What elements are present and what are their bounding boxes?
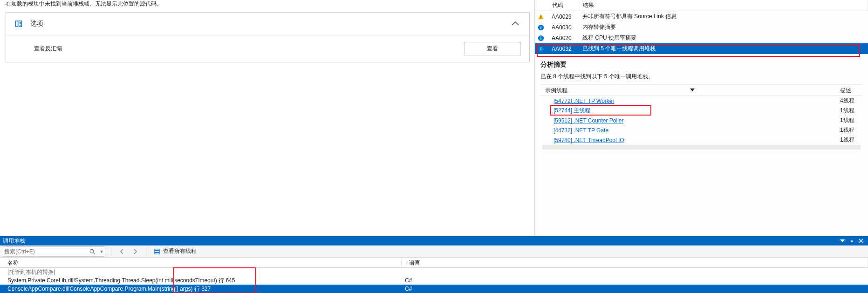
threads-icon	[154, 248, 160, 255]
search-input[interactable]	[2, 247, 86, 256]
nav-forward-button[interactable]	[130, 246, 140, 257]
diagnostic-row[interactable]: AA0029并非所有符号都具有 Source Link 信息	[535, 11, 868, 22]
svg-point-21	[90, 249, 94, 253]
nav-back-button[interactable]	[117, 246, 127, 257]
svg-rect-10	[540, 26, 541, 26]
thread-row[interactable]: [52744] 主线程1线程	[540, 106, 862, 116]
callstack-grid-header: 名称 语言	[0, 258, 868, 268]
options-title: 选项	[30, 20, 43, 28]
callstack-title: 调用堆栈	[3, 237, 25, 245]
analysis-summary-title: 分析摘要	[540, 61, 862, 69]
diagnostics-pane: 代码 结果 AA0029并非所有符号都具有 Source Link 信息AA00…	[534, 0, 868, 236]
svg-line-22	[94, 252, 95, 254]
frame-name: ConsoleAppCompare.dll!ConsoleAppCompare.…	[0, 285, 402, 293]
svg-rect-7	[540, 18, 541, 19]
callstack-toolbar: ▾ 查看所有线程	[0, 245, 868, 258]
dropdown-caret-icon[interactable]	[690, 88, 696, 93]
options-header[interactable]: 选项	[6, 13, 529, 35]
svg-rect-16	[540, 47, 541, 48]
svg-rect-6	[540, 15, 541, 17]
view-all-threads-label: 查看所有线程	[163, 247, 197, 255]
frame-name: System.Private.CoreLib.dll!System.Thread…	[0, 277, 402, 285]
thread-desc: 1线程	[840, 126, 862, 134]
source-pane: 在加载的模块中未找到当前堆栈帧。无法显示此位置的源代码。 选项	[0, 0, 534, 236]
view-all-threads-button[interactable]: 查看所有线程	[152, 247, 198, 255]
col-code[interactable]: 代码	[549, 0, 580, 11]
thread-link[interactable]: [54772] .NET TP Worker	[554, 98, 615, 104]
thread-row[interactable]: [59512] .NET Counter Poller1线程	[540, 116, 862, 125]
chevron-up-icon[interactable]	[510, 18, 521, 29]
diagnostic-result: 内存转储摘要	[580, 22, 868, 33]
search-input-wrap[interactable]: ▾	[2, 246, 105, 257]
diagnostic-code: AA0032	[549, 43, 580, 54]
svg-rect-24	[155, 251, 160, 252]
thread-desc: 1线程	[840, 107, 862, 115]
frame-language: C#	[402, 286, 868, 292]
view-button[interactable]: 查看	[464, 42, 521, 55]
thread-list: [54772] .NET TP Worker4线程[52744] 主线程1线程[…	[540, 96, 862, 145]
svg-rect-12	[540, 38, 541, 40]
info-icon	[538, 24, 544, 31]
pin-icon[interactable]	[847, 237, 856, 245]
thread-link[interactable]: [59780] .NET ThreadPool IO	[554, 137, 624, 143]
diagnostic-row[interactable]: AA0032已找到 5 个唯一线程调用堆栈	[535, 43, 868, 54]
warning-icon	[538, 14, 544, 20]
svg-rect-13	[540, 36, 541, 37]
thread-row[interactable]: [44732] .NET TP Gate1线程	[540, 125, 862, 135]
col-language[interactable]: 语言	[402, 258, 868, 267]
diagnostics-table: 代码 结果 AA0029并非所有符号都具有 Source Link 信息AA00…	[535, 0, 868, 54]
horizontal-scrollbar[interactable]	[542, 145, 861, 150]
svg-rect-25	[155, 252, 160, 254]
search-icon[interactable]	[86, 246, 98, 257]
svg-rect-23	[155, 249, 160, 250]
window-dropdown-icon[interactable]	[838, 237, 847, 245]
diagnostic-code: AA0030	[549, 22, 580, 33]
callstack-row[interactable]: System.Private.CoreLib.dll!System.Thread…	[0, 276, 868, 285]
view-disassembly-label: 查看反汇编	[34, 45, 62, 53]
callstack-row[interactable]: ConsoleAppCompare.dll!ConsoleAppCompare.…	[0, 285, 868, 293]
callstack-row[interactable]: [托管到本机的转换]	[0, 268, 868, 276]
diagnostic-result: 已找到 5 个唯一线程调用堆栈	[580, 43, 868, 54]
thread-desc: 4线程	[840, 97, 862, 105]
info-icon	[538, 35, 544, 41]
frame-name: [托管到本机的转换]	[0, 268, 402, 276]
callstack-grid-body: [托管到本机的转换]System.Private.CoreLib.dll!Sys…	[0, 268, 868, 293]
thread-link[interactable]: [44732] .NET TP Gate	[554, 127, 608, 134]
col-description[interactable]: 描述	[840, 87, 862, 95]
thread-row[interactable]: [59780] .NET ThreadPool IO1线程	[540, 135, 862, 145]
close-icon[interactable]	[857, 237, 865, 245]
col-result[interactable]: 结果	[580, 0, 868, 11]
thread-desc: 1线程	[840, 116, 862, 124]
thread-link[interactable]: [52744] 主线程	[554, 107, 590, 114]
svg-rect-0	[16, 21, 18, 27]
search-dropdown-icon[interactable]: ▾	[98, 248, 105, 255]
diagnostic-result: 线程 CPU 使用率摘要	[580, 33, 868, 43]
callstack-window: 调用堆栈 ▾	[0, 236, 868, 293]
svg-marker-17	[690, 89, 695, 91]
thread-desc: 1线程	[840, 136, 862, 144]
diagnostic-row[interactable]: AA0030内存转储摘要	[535, 22, 868, 33]
col-sample-thread[interactable]: 示例线程	[545, 87, 567, 94]
svg-marker-18	[840, 239, 845, 242]
thread-row[interactable]: [54772] .NET TP Worker4线程	[540, 96, 862, 106]
source-unavailable-message: 在加载的模块中未找到当前堆栈帧。无法显示此位置的源代码。	[0, 0, 534, 8]
col-name[interactable]: 名称	[0, 258, 402, 267]
analysis-summary-desc: 已在 8 个线程中找到以下 5 个唯一调用堆栈。	[540, 73, 862, 81]
options-card: 选项 查看反汇编 查看	[6, 12, 530, 62]
info-icon	[538, 46, 544, 52]
thread-link[interactable]: [59512] .NET Counter Poller	[554, 117, 624, 124]
callstack-titlebar[interactable]: 调用堆栈	[0, 236, 868, 245]
diagnostic-row[interactable]: AA0020线程 CPU 使用率摘要	[535, 33, 868, 43]
frame-language: C#	[402, 277, 868, 284]
svg-rect-9	[540, 27, 541, 29]
svg-rect-15	[540, 48, 541, 50]
diagnostic-code: AA0029	[549, 11, 580, 22]
thread-table-header: 示例线程 描述	[540, 84, 862, 96]
options-icon	[14, 20, 23, 28]
diagnostic-result: 并非所有符号都具有 Source Link 信息	[580, 11, 868, 22]
diagnostic-code: AA0020	[549, 33, 580, 43]
